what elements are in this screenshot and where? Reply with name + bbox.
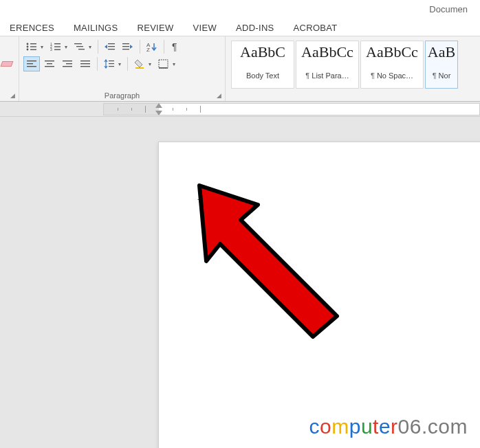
svg-text:Z: Z <box>146 47 150 52</box>
numbering-dropdown[interactable]: ▾ <box>65 44 70 50</box>
svg-rect-18 <box>122 43 129 44</box>
svg-rect-41 <box>159 67 168 69</box>
group-paragraph: ▾ 123 ▾ ▾ AZ ¶ <box>19 36 226 101</box>
shading-dropdown[interactable]: ▾ <box>149 61 154 67</box>
svg-rect-17 <box>108 49 115 49</box>
svg-rect-13 <box>76 46 83 47</box>
svg-rect-24 <box>27 60 36 61</box>
separator <box>98 40 98 54</box>
svg-rect-16 <box>108 46 115 47</box>
svg-rect-37 <box>109 63 114 64</box>
svg-rect-25 <box>27 63 33 64</box>
svg-rect-28 <box>47 63 52 64</box>
paragraph-group-label: Paragraph <box>19 91 225 100</box>
svg-point-2 <box>27 46 29 48</box>
group-styles: AaBbC Body Text AaBbCc List Para… AaBbCc… <box>226 36 480 101</box>
format-painter-button[interactable] <box>1 61 15 75</box>
align-left-button[interactable] <box>23 56 40 71</box>
bullets-dropdown[interactable]: ▾ <box>41 44 46 50</box>
line-spacing-button[interactable] <box>101 56 118 71</box>
align-center-button[interactable] <box>41 56 58 71</box>
separator <box>97 57 98 71</box>
increase-indent-button[interactable] <box>120 39 136 54</box>
horizontal-ruler[interactable] <box>103 103 480 115</box>
svg-rect-1 <box>30 43 36 44</box>
svg-rect-5 <box>30 49 36 50</box>
justify-button[interactable] <box>77 56 94 71</box>
style-name: Body Text <box>232 71 294 80</box>
svg-rect-32 <box>63 66 72 67</box>
svg-rect-15 <box>108 43 115 44</box>
separator <box>140 40 140 54</box>
style-sample: AaBbCc <box>296 44 358 70</box>
document-title: Documen <box>429 4 468 14</box>
style-name: Nor <box>426 71 457 80</box>
bullets-button[interactable] <box>23 39 40 54</box>
borders-button[interactable] <box>155 56 172 71</box>
document-page[interactable]: √ <box>158 142 480 448</box>
svg-rect-40 <box>159 60 168 68</box>
style-name: No Spac… <box>361 71 423 80</box>
shading-button[interactable] <box>131 56 148 71</box>
tab-view[interactable]: VIEW <box>184 20 226 36</box>
group-clipboard: ◢ <box>0 36 19 101</box>
svg-rect-35 <box>80 66 90 67</box>
borders-dropdown[interactable]: ▾ <box>173 61 178 67</box>
svg-point-4 <box>27 49 29 51</box>
svg-rect-30 <box>63 60 72 61</box>
svg-rect-39 <box>135 67 144 69</box>
svg-rect-33 <box>80 60 90 61</box>
style-sample: AaBbC <box>232 44 294 70</box>
style-no-spacing[interactable]: AaBbCc No Spac… <box>360 41 424 89</box>
style-normal[interactable]: AaB Nor <box>425 41 458 89</box>
separator <box>164 40 164 54</box>
style-name: List Para… <box>296 71 358 80</box>
ruler-area <box>0 102 480 117</box>
inserted-square-root-symbol: √ <box>197 193 205 209</box>
title-bar: Documen <box>0 0 480 19</box>
workspace: √ <box>0 117 480 448</box>
svg-rect-38 <box>109 66 114 67</box>
style-body-text[interactable]: AaBbC Body Text <box>231 41 294 89</box>
watermark-text: computer06.com <box>309 415 468 438</box>
style-list-paragraph[interactable]: AaBbCc List Para… <box>296 41 359 89</box>
tab-references[interactable]: ERENCES <box>0 20 64 36</box>
svg-text:¶: ¶ <box>172 42 177 52</box>
svg-rect-14 <box>78 49 85 49</box>
decrease-indent-button[interactable] <box>102 39 118 54</box>
svg-rect-36 <box>109 60 114 61</box>
svg-rect-29 <box>45 66 54 67</box>
svg-rect-9 <box>54 46 61 47</box>
ribbon-tabs: ERENCES MAILINGS REVIEW VIEW ADD-INS ACR… <box>0 19 480 36</box>
tab-addins[interactable]: ADD-INS <box>226 20 284 36</box>
svg-rect-20 <box>122 49 129 49</box>
tab-review[interactable]: REVIEW <box>127 20 183 36</box>
svg-rect-19 <box>122 46 129 47</box>
separator <box>127 57 128 71</box>
show-hide-pilcrow-button[interactable]: ¶ <box>168 39 184 54</box>
style-sample: AaBbCc <box>361 44 423 70</box>
multilevel-list-button[interactable] <box>72 39 88 54</box>
sort-button[interactable]: AZ <box>144 39 160 54</box>
multilevel-dropdown[interactable]: ▾ <box>89 44 94 50</box>
svg-rect-3 <box>30 46 36 47</box>
tab-acrobat[interactable]: ACROBAT <box>284 20 347 36</box>
svg-rect-7 <box>54 43 61 44</box>
svg-rect-27 <box>45 60 54 61</box>
clipboard-launcher-icon[interactable]: ◢ <box>9 92 17 100</box>
numbering-button[interactable]: 123 <box>47 39 64 54</box>
svg-rect-34 <box>80 63 90 64</box>
paragraph-launcher-icon[interactable]: ◢ <box>215 92 223 100</box>
align-right-button[interactable] <box>59 56 76 71</box>
ribbon: ◢ ▾ 123 ▾ ▾ AZ ¶ <box>0 36 480 102</box>
svg-rect-26 <box>27 66 36 67</box>
line-spacing-dropdown[interactable]: ▾ <box>118 61 124 67</box>
tab-mailings[interactable]: MAILINGS <box>64 20 128 36</box>
svg-text:3: 3 <box>50 47 52 52</box>
ruler-ticks <box>104 104 479 115</box>
svg-point-0 <box>27 43 29 45</box>
svg-rect-31 <box>66 63 72 64</box>
svg-rect-11 <box>54 49 61 50</box>
style-sample: AaB <box>426 44 457 70</box>
svg-rect-12 <box>74 43 82 44</box>
